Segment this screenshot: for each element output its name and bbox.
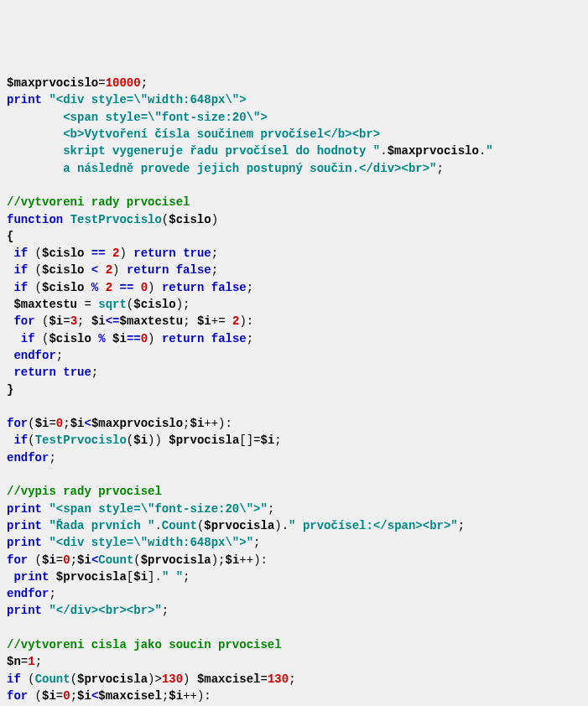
code-line: if ($cislo % 2 == 0) return false; <box>7 281 253 294</box>
code-line: $n=1; <box>7 655 42 668</box>
code-block: $maxprvocislo=10000; print "<div style=\… <box>7 75 581 706</box>
code-line: print "<div style=\"width:648px\"> <box>7 93 247 106</box>
code-line: if(TestPrvocislo($i)) $prvocisla[]=$i; <box>7 433 282 447</box>
code-line: print "<span style=\"font-size:20\">"; <box>7 502 274 516</box>
code-line: function TestPrvocislo($cislo) <box>7 213 218 226</box>
code-line: //vypis rady prvocisel <box>7 485 162 498</box>
code-line: endfor; <box>7 349 63 362</box>
code-line: a následně provede jejich postupný souči… <box>7 162 444 175</box>
code-line: for ($i=0;$i<$maxcisel;$i++): <box>7 689 211 703</box>
code-line: print "Řada prvních ".Count($prvocisla).… <box>7 519 465 532</box>
code-line: if ($cislo == 2) return true; <box>7 247 218 260</box>
code-line: return true; <box>7 366 98 379</box>
code-line: print "<div style=\"width:648px\">"; <box>7 536 260 549</box>
code-line: <b>Vytvoření čísla součinem prvočísel</b… <box>7 127 380 141</box>
code-line: print $prvocisla[$i]." "; <box>7 570 190 584</box>
code-line: endfor; <box>7 587 56 600</box>
code-line: if ($cislo % $i==0) return false; <box>7 332 253 345</box>
code-line: $maxtestu = sqrt($cislo); <box>7 298 190 311</box>
code-line: <span style=\"font-size:20\"> <box>7 111 268 124</box>
code-line: //vytvoreni rady prvocisel <box>7 195 190 209</box>
code-line: $maxprvocislo=10000; <box>7 76 148 90</box>
code-line: endfor; <box>7 451 56 465</box>
code-line: for($i=0;$i<$maxprvocislo;$i++): <box>7 417 232 430</box>
code-line: if (Count($prvocisla)>130) $maxcisel=130… <box>7 672 296 686</box>
code-line: print "</div><br><br>"; <box>7 604 169 617</box>
code-line: { <box>7 230 13 243</box>
code-line: } <box>7 383 13 397</box>
code-line: for ($i=3; $i<=$maxtestu; $i+= 2): <box>7 314 253 328</box>
code-line: //vytvoreni cisla jako soucin prvocisel <box>7 638 282 651</box>
code-line: for ($i=0;$i<Count($prvocisla);$i++): <box>7 553 268 567</box>
code-line: if ($cislo < 2) return false; <box>7 263 218 277</box>
code-line: skript vygeneruje řadu prvočísel do hodn… <box>7 144 493 158</box>
